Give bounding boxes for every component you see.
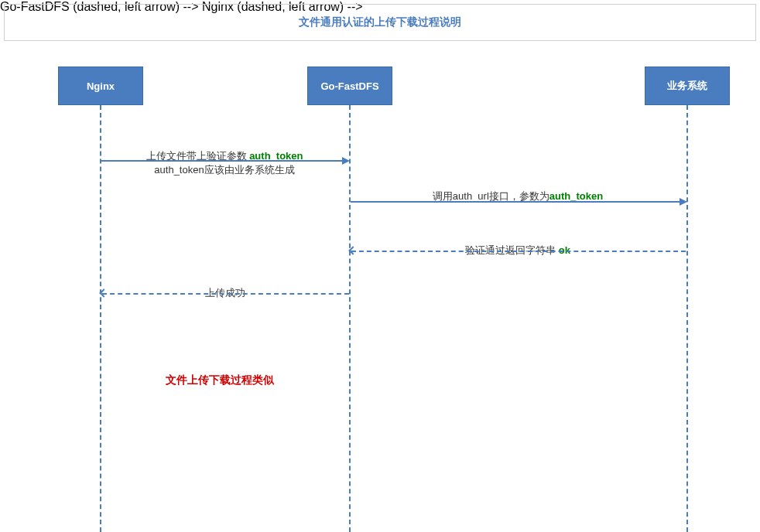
msg2-arrow — [351, 201, 686, 203]
msg1-arrow — [101, 160, 348, 162]
participant-label: 业务系统 — [667, 79, 707, 93]
participant-gofastdfs: Go-FastDFS — [307, 66, 392, 105]
lifeline-business — [686, 105, 688, 532]
msg1-line2: auth_token应该由业务系统生成 — [154, 164, 294, 176]
participant-label: Nginx — [87, 80, 115, 92]
msg2-hl: auth_token — [549, 190, 603, 202]
msg3-arrow — [351, 251, 686, 252]
arrowhead-right-icon — [680, 198, 687, 206]
msg1-label: 上传文件带上验证参数 auth_token auth_token应该由业务系统生… — [101, 149, 348, 177]
msg4-arrow — [102, 293, 349, 295]
participant-nginx: Nginx — [58, 66, 143, 105]
diagram-note: 文件上传下载过程类似 — [166, 373, 274, 387]
note-text: 文件上传下载过程类似 — [166, 373, 274, 386]
arrowhead-right-icon — [342, 157, 350, 165]
diagram-title: 文件通用认证的上传下载过程说明 — [299, 15, 461, 29]
diagram-title-box: 文件通用认证的上传下载过程说明 — [4, 4, 756, 41]
lifeline-gofastdfs — [349, 105, 351, 532]
participant-business: 业务系统 — [645, 66, 730, 105]
participant-label: Go-FastDFS — [320, 80, 378, 92]
msg2-pre: 调用auth_url接口，参数为 — [433, 190, 549, 202]
